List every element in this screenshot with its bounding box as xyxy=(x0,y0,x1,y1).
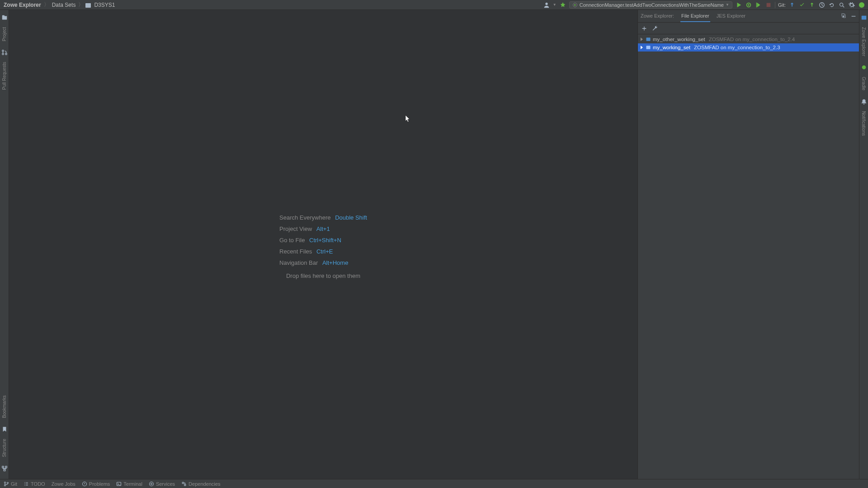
svg-rect-15 xyxy=(5,466,7,468)
svg-rect-14 xyxy=(2,466,4,468)
bottom-tab-label: TODO xyxy=(31,481,45,487)
hint-goto-label: Go to File xyxy=(279,237,305,244)
hint-search-key: Double Shift xyxy=(335,214,367,221)
gear-icon[interactable] xyxy=(848,1,855,9)
vcs-push-icon[interactable] xyxy=(808,1,816,9)
terminal-icon xyxy=(116,481,122,487)
breadcrumb-separator: 〉 xyxy=(77,1,85,9)
right-tab-gradle[interactable]: Gradle xyxy=(861,75,866,92)
folder-icon xyxy=(85,3,91,8)
svg-point-24 xyxy=(7,482,9,483)
vcs-commit-icon[interactable] xyxy=(798,1,806,9)
svg-point-28 xyxy=(151,483,152,484)
hint-search-label: Search Everywhere xyxy=(279,214,330,221)
expand-icon[interactable] xyxy=(641,38,643,41)
left-tab-project[interactable]: Project xyxy=(2,25,7,43)
top-toolbar: Zowe Explorer 〉 Data Sets 〉 D3SYS1 ▼ Con… xyxy=(0,0,868,10)
bookmark-icon[interactable] xyxy=(1,426,8,432)
left-tab-pull-requests[interactable]: Pull Requests xyxy=(2,60,7,92)
svg-point-22 xyxy=(5,482,6,483)
svg-point-13 xyxy=(5,53,7,55)
tree-row[interactable]: my_working_set ZOSMFAD on my_connection_… xyxy=(638,43,859,52)
bottom-tab-services[interactable]: Services xyxy=(149,481,175,487)
left-tab-bookmarks[interactable]: Bookmarks xyxy=(2,394,7,420)
editor-area[interactable]: Search Everywhere Double Shift Project V… xyxy=(9,10,637,479)
vcs-history-icon[interactable] xyxy=(818,1,826,9)
bottom-tab-label: Terminal xyxy=(123,481,142,487)
expand-icon[interactable] xyxy=(641,46,643,49)
project-icon[interactable] xyxy=(1,14,8,21)
tab-file-explorer[interactable]: File Explorer xyxy=(680,10,710,22)
search-icon[interactable] xyxy=(838,1,845,9)
vcs-update-icon[interactable] xyxy=(788,1,796,9)
hint-project-label: Project View xyxy=(279,225,312,232)
panel-tabbar: Zowe Explorer: File Explorer JES Explore… xyxy=(638,10,859,23)
svg-rect-29 xyxy=(182,482,184,483)
svg-point-12 xyxy=(2,53,4,55)
bottom-tab-dependencies[interactable]: Dependencies xyxy=(181,481,220,487)
tree-item-connection: ZOSMFAD on my_connection_to_2.3 xyxy=(694,45,780,50)
zowe-icon[interactable] xyxy=(861,14,867,21)
bottom-tab-todo[interactable]: TODO xyxy=(24,481,45,487)
hint-navbar-label: Navigation Bar xyxy=(279,259,318,266)
bell-icon[interactable] xyxy=(861,99,867,105)
wrench-icon[interactable] xyxy=(651,25,659,32)
add-icon[interactable] xyxy=(641,25,648,32)
breadcrumb-leaf[interactable]: D3SYS1 xyxy=(93,2,116,8)
editor-hints: Search Everywhere Double Shift Project V… xyxy=(279,210,367,279)
build-icon[interactable] xyxy=(559,1,566,9)
working-set-tree[interactable]: my_other_working_set ZOSMFAD on my_conne… xyxy=(638,34,859,479)
bottom-tab-problems[interactable]: Problems xyxy=(82,481,110,487)
breadcrumb-section[interactable]: Data Sets xyxy=(51,2,77,8)
todo-icon xyxy=(24,481,29,487)
run-configuration-label: ConnectionManager.testAddTwoConnectionsW… xyxy=(580,2,724,8)
left-tab-structure[interactable]: Structure xyxy=(2,437,7,459)
right-tab-zowe-explorer[interactable]: Zowe Explorer xyxy=(861,25,866,58)
minimize-icon[interactable] xyxy=(850,13,857,20)
right-tab-notifications[interactable]: Notifications xyxy=(861,109,866,137)
chevron-down-icon: ▼ xyxy=(726,3,729,7)
stop-icon[interactable] xyxy=(765,1,772,9)
bottom-tab-zowe-jobs[interactable]: Zowe Jobs xyxy=(52,481,75,487)
bottom-tab-label: Zowe Jobs xyxy=(52,481,75,487)
coverage-icon[interactable] xyxy=(755,1,762,9)
svg-rect-30 xyxy=(184,484,186,485)
gradle-icon[interactable] xyxy=(861,64,867,70)
gear-icon[interactable] xyxy=(840,13,847,20)
left-tool-gutter: Project Pull Requests Bookmarks Structur… xyxy=(0,10,9,479)
svg-rect-20 xyxy=(861,16,866,20)
tree-row[interactable]: my_other_working_set ZOSMFAD on my_conne… xyxy=(638,35,859,43)
svg-point-27 xyxy=(149,482,153,486)
rollback-icon[interactable] xyxy=(828,1,835,9)
pull-requests-icon[interactable] xyxy=(1,49,8,56)
tab-jes-explorer[interactable]: JES Explorer xyxy=(716,10,746,22)
structure-icon[interactable] xyxy=(1,465,8,472)
bottom-tab-label: Problems xyxy=(89,481,110,487)
debug-icon[interactable] xyxy=(745,1,752,9)
mouse-cursor xyxy=(405,115,410,123)
avatar-icon[interactable] xyxy=(858,1,865,9)
bottom-tab-terminal[interactable]: Terminal xyxy=(116,481,142,487)
bottom-tab-git[interactable]: Git xyxy=(4,481,17,487)
hint-recent-label: Recent Files xyxy=(279,248,312,255)
tree-item-name: my_other_working_set xyxy=(653,37,705,42)
svg-rect-19 xyxy=(646,46,651,49)
hint-recent-key: Ctrl+E xyxy=(316,248,333,255)
services-icon xyxy=(149,481,154,487)
git-label: Git: xyxy=(778,2,786,8)
svg-point-7 xyxy=(840,3,843,6)
hint-navbar-key: Alt+Home xyxy=(322,259,348,266)
breadcrumb-separator: 〉 xyxy=(43,1,50,9)
tree-item-connection: ZOSMFAD on my_connection_to_2.4 xyxy=(709,37,795,42)
svg-rect-4 xyxy=(756,2,757,7)
svg-point-11 xyxy=(2,50,4,52)
chevron-down-icon[interactable]: ▼ xyxy=(553,3,557,7)
tab-zowe-explorer[interactable]: Zowe Explorer: xyxy=(640,10,675,22)
svg-rect-9 xyxy=(2,16,7,20)
user-icon[interactable] xyxy=(543,1,550,9)
breadcrumb-root[interactable]: Zowe Explorer xyxy=(3,2,42,8)
run-icon[interactable] xyxy=(735,1,742,9)
run-configuration-dropdown[interactable]: ConnectionManager.testAddTwoConnectionsW… xyxy=(569,1,732,9)
svg-rect-10 xyxy=(2,15,4,17)
right-tool-gutter: Zowe Explorer Gradle Notifications xyxy=(859,10,868,479)
